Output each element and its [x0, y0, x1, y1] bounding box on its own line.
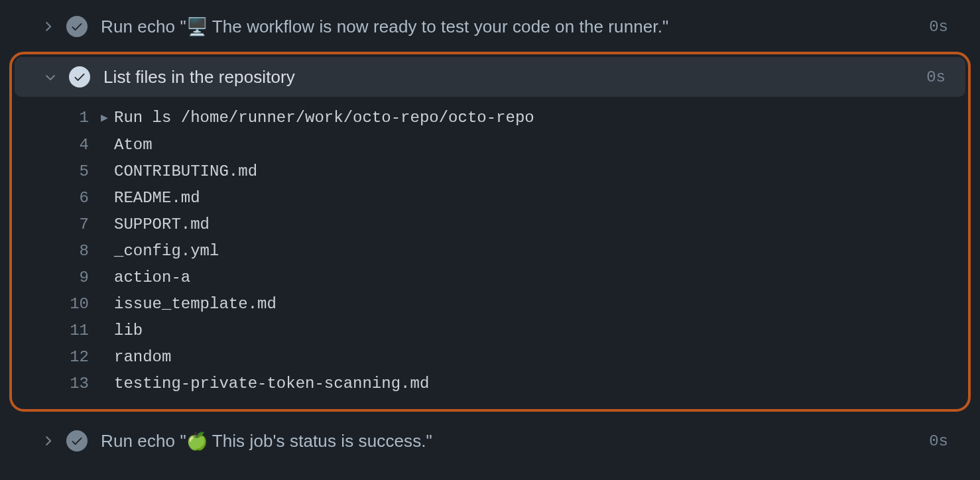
line-number: 12: [15, 344, 101, 371]
log-text: SUPPORT.md: [114, 211, 210, 238]
status-check-icon: [66, 16, 88, 37]
line-number: 7: [15, 211, 101, 238]
step-log: 1 ▶ Run ls /home/runner/work/octo-repo/o…: [15, 97, 965, 397]
step-title: Run echo "🍏 This job's status is success…: [101, 431, 929, 451]
log-text: README.md: [114, 185, 200, 211]
workflow-steps: Run echo "🖥️ The workflow is now ready t…: [0, 0, 980, 473]
log-line[interactable]: 5 CONTRIBUTING.md: [15, 158, 965, 185]
log-text: random: [114, 344, 171, 371]
log-text: _config.yml: [114, 238, 219, 265]
chevron-right-icon: [38, 17, 57, 36]
log-line[interactable]: 9 action-a: [15, 265, 965, 291]
step-row[interactable]: Run echo "🖥️ The workflow is now ready t…: [12, 7, 968, 46]
line-number: 5: [15, 158, 101, 185]
log-text: lib: [114, 318, 143, 344]
line-number: 9: [15, 265, 101, 291]
line-number: 8: [15, 238, 101, 265]
log-text: action-a: [114, 265, 190, 291]
log-line[interactable]: 6 README.md: [15, 185, 965, 211]
status-check-icon: [69, 66, 90, 88]
log-line[interactable]: 4 Atom: [15, 132, 965, 158]
status-check-icon: [66, 430, 88, 451]
step-duration: 0s: [926, 68, 946, 86]
log-line[interactable]: 11 lib: [15, 318, 965, 344]
step-row[interactable]: Run echo "🍏 This job's status is success…: [12, 421, 968, 461]
line-number: 10: [15, 291, 101, 318]
chevron-right-icon: [38, 432, 57, 450]
log-text: Atom: [114, 132, 153, 158]
step-duration: 0s: [929, 18, 948, 36]
log-line[interactable]: 10 issue_template.md: [15, 291, 965, 318]
log-text: CONTRIBUTING.md: [114, 158, 257, 185]
log-text: testing-private-token-scanning.md: [114, 371, 429, 397]
triangle-right-icon[interactable]: ▶: [101, 105, 111, 131]
line-number: 4: [15, 132, 101, 158]
step-title: List files in the repository: [103, 67, 926, 88]
step-duration: 0s: [929, 432, 948, 450]
log-line[interactable]: 12 random: [15, 344, 965, 371]
line-number: 13: [15, 371, 101, 397]
highlighted-step: List files in the repository 0s 1 ▶ Run …: [9, 52, 971, 412]
log-line[interactable]: 7 SUPPORT.md: [15, 211, 965, 238]
line-number: 6: [15, 185, 101, 211]
log-text: issue_template.md: [114, 291, 276, 318]
log-line[interactable]: 1 ▶ Run ls /home/runner/work/octo-repo/o…: [15, 105, 965, 132]
line-number: 11: [15, 318, 101, 344]
step-row[interactable]: List files in the repository 0s: [15, 57, 965, 97]
log-line[interactable]: 8 _config.yml: [15, 238, 965, 265]
chevron-down-icon: [41, 68, 60, 86]
log-line[interactable]: 13 testing-private-token-scanning.md: [15, 371, 965, 397]
log-text: Run ls /home/runner/work/octo-repo/octo-…: [114, 105, 534, 131]
line-number: 1: [15, 105, 101, 131]
step-title: Run echo "🖥️ The workflow is now ready t…: [101, 17, 929, 37]
